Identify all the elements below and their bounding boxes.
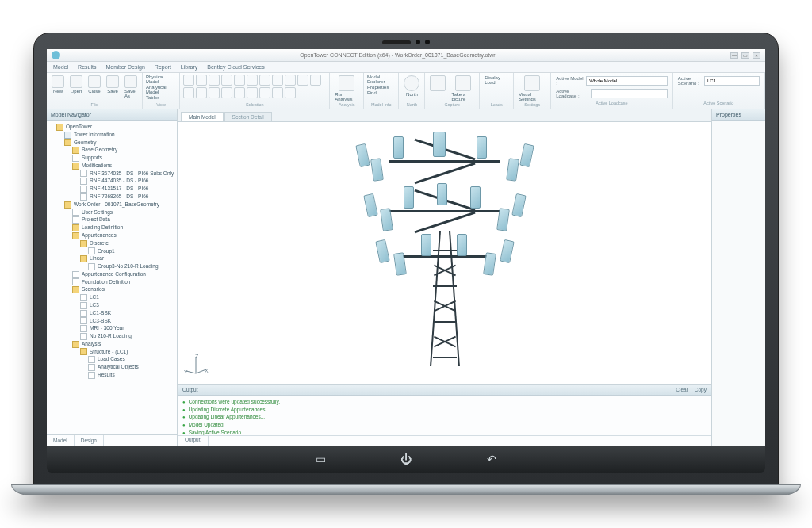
- active-model-select[interactable]: [586, 76, 667, 86]
- tree-linear[interactable]: Linear: [80, 254, 175, 262]
- main-area: Main Model Section Detail: [178, 109, 711, 446]
- tree-root[interactable]: OpenTower: [56, 123, 175, 131]
- ribbon-active-scenario: Active Scenario : Active Scenario: [673, 73, 765, 109]
- output-tab[interactable]: Output: [178, 436, 209, 446]
- properties-title: Properties: [712, 109, 765, 121]
- viewport-tabs[interactable]: Main Model Section Detail: [178, 109, 711, 122]
- physical-model-button[interactable]: Physical Model: [146, 75, 176, 84]
- save-button[interactable]: Save: [105, 75, 121, 99]
- navigator-title: Model Navigator: [47, 109, 177, 121]
- tree-mod-1[interactable]: RNF 3674035 - DS - PI66 Subs Only: [80, 170, 175, 178]
- tree-loading-def[interactable]: Loading Definition: [72, 224, 175, 231]
- tab-model[interactable]: Model: [47, 435, 75, 446]
- tree-mod-4[interactable]: RNF 7268265 - DS - PI66: [80, 193, 175, 201]
- menu-model[interactable]: Model: [53, 64, 68, 70]
- ribbon-north: North North: [399, 73, 425, 109]
- ribbon-view: Physical Model Analytical Model Tables V…: [143, 73, 180, 109]
- tree-mod-2[interactable]: RNF 4474035 - DS - PI66: [80, 177, 175, 185]
- tree-sc3[interactable]: LC1-BSK: [80, 309, 175, 317]
- tree-user-settings[interactable]: User Settings: [72, 209, 175, 216]
- analytical-model-button[interactable]: Analytical Model: [146, 85, 176, 94]
- find-button[interactable]: Find: [367, 90, 395, 95]
- menu-member-design[interactable]: Member Design: [105, 64, 144, 70]
- display-load-button[interactable]: Display Load: [483, 75, 510, 86]
- tree-sc6[interactable]: No 210-R Loading: [80, 332, 175, 340]
- back-icon: ↶: [485, 452, 499, 466]
- app-window: OpenTower CONNECT Edition (x64) - WorkOr…: [47, 49, 765, 446]
- saveas-button[interactable]: Save As: [123, 75, 139, 99]
- model-explorer-button[interactable]: Model Explorer: [367, 75, 395, 84]
- run-analysis-button[interactable]: Run Analysis: [333, 75, 360, 102]
- tree-foundation[interactable]: Foundation Definition: [72, 278, 175, 286]
- ribbon-analysis: Run Analysis Analysis: [330, 73, 364, 109]
- workspace: Model Navigator OpenTower Tower Informat…: [47, 109, 765, 446]
- laptop-base: [11, 484, 801, 495]
- active-scenario-select[interactable]: [704, 76, 760, 86]
- menu-library[interactable]: Library: [181, 64, 197, 70]
- take-picture-button[interactable]: Take a picture: [450, 75, 476, 102]
- tree-sc5[interactable]: MRI - 300 Year: [80, 324, 175, 332]
- tree-geometry[interactable]: Geometry: [64, 139, 175, 147]
- tree-structure[interactable]: Structure - (LC1): [80, 348, 175, 356]
- tree-load-cases[interactable]: Load Cases: [88, 355, 175, 363]
- laptop-chin: ▭ ⏻ ↶: [47, 446, 765, 473]
- tree-project-data[interactable]: Project Data: [72, 216, 175, 224]
- tab-design[interactable]: Design: [75, 435, 104, 446]
- tree-group3[interactable]: Group3-No 210-R Loading: [88, 262, 175, 270]
- close-button[interactable]: ×: [753, 52, 760, 59]
- tree-discrete[interactable]: Discrete: [80, 239, 175, 247]
- output-title: Output: [182, 387, 198, 392]
- tree-tower-info[interactable]: Tower Information: [64, 131, 175, 139]
- tree-mod-3[interactable]: RNF 4131517 - DS - PI66: [80, 185, 175, 193]
- new-button[interactable]: New: [50, 75, 66, 99]
- minimize-button[interactable]: —: [730, 52, 738, 59]
- tab-section-detail[interactable]: Section Detail: [224, 112, 272, 121]
- menu-results[interactable]: Results: [78, 64, 96, 70]
- model-tree[interactable]: OpenTower Tower Information Geometry Bas…: [47, 121, 177, 434]
- model-navigator: Model Navigator OpenTower Tower Informat…: [47, 109, 178, 446]
- tree-results[interactable]: Results: [88, 371, 175, 379]
- svg-line-1: [196, 369, 206, 373]
- output-log[interactable]: Connections were updated successfully. U…: [178, 396, 711, 435]
- menu-bar[interactable]: Model Results Member Design Report Libra…: [47, 62, 765, 73]
- selection-tools[interactable]: [183, 75, 326, 98]
- tree-app-config[interactable]: Appurtenance Configuration: [72, 270, 175, 278]
- properties-button[interactable]: Properties: [367, 85, 395, 90]
- tree-analytical-objects[interactable]: Analytical Objects: [88, 363, 175, 371]
- output-clear-button[interactable]: Clear: [676, 387, 688, 392]
- tree-appurtenances[interactable]: Appurtenances: [72, 231, 175, 239]
- tree-supports[interactable]: Supports: [72, 154, 175, 162]
- 3d-viewport[interactable]: Z X Y: [178, 122, 711, 384]
- ribbon: New Open Close Save Save As File Physica…: [47, 73, 765, 109]
- tree-scenarios[interactable]: Scenarios: [72, 285, 175, 293]
- tower-model: [350, 128, 540, 366]
- tree-sc2[interactable]: LC3: [80, 301, 175, 309]
- title-bar: OpenTower CONNECT Edition (x64) - WorkOr…: [47, 49, 765, 62]
- output-copy-button[interactable]: Copy: [695, 387, 707, 392]
- open-button[interactable]: Open: [68, 75, 84, 99]
- tab-main-model[interactable]: Main Model: [181, 112, 224, 121]
- active-loadcase-select[interactable]: [591, 89, 667, 98]
- laptop-frame: OpenTower CONNECT Edition (x64) - WorkOr…: [33, 33, 779, 495]
- camera-toggle-button[interactable]: [428, 75, 447, 102]
- visual-settings-button[interactable]: Visual Settings: [517, 75, 547, 102]
- camera-strip: [47, 40, 765, 44]
- menu-cloud[interactable]: Bentley Cloud Services: [207, 64, 264, 70]
- tree-sc1[interactable]: LC1: [80, 293, 175, 301]
- close-file-button[interactable]: Close: [86, 75, 102, 99]
- menu-report[interactable]: Report: [155, 64, 171, 70]
- navigator-tabs[interactable]: Model Design: [47, 434, 177, 446]
- svg-line-2: [186, 371, 196, 373]
- axis-gizmo: Z X Y: [184, 354, 208, 377]
- north-button[interactable]: North: [402, 75, 421, 98]
- tree-base-geometry[interactable]: Base Geometry: [72, 146, 175, 154]
- maximize-button[interactable]: ▭: [741, 52, 749, 59]
- tables-button[interactable]: Tables: [146, 95, 176, 100]
- tree-analysis[interactable]: Analysis: [72, 340, 175, 348]
- ribbon-capture: Take a picture Capture: [425, 73, 480, 109]
- tree-sc4[interactable]: LC3-BSK: [80, 317, 175, 325]
- tree-work-order[interactable]: Work Order - 001071_BaseGeometry: [64, 201, 175, 209]
- tree-group1[interactable]: Group1: [88, 247, 175, 255]
- recent-apps-icon: ▭: [313, 452, 327, 466]
- tree-modifications[interactable]: Modifications: [72, 162, 175, 170]
